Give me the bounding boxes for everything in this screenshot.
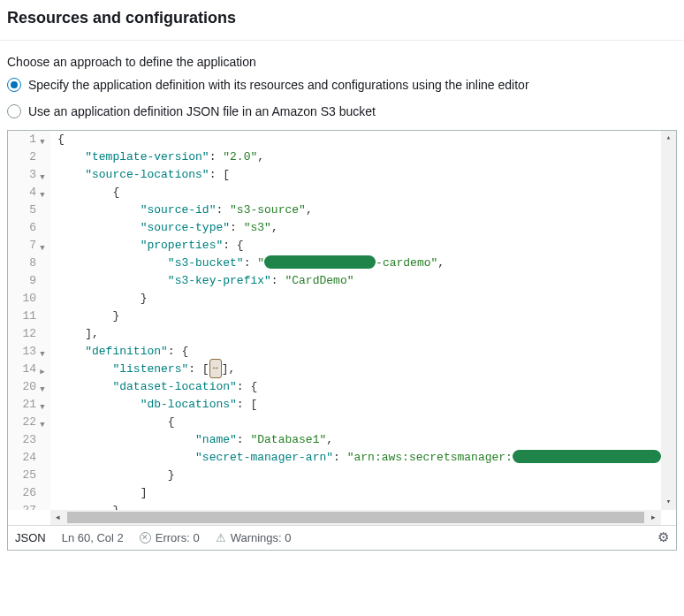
editor-code-area[interactable]: { "template-version": "2.0", "source-loc… — [50, 131, 661, 510]
radio-icon — [7, 78, 21, 92]
code-editor[interactable]: 1▼23▼4▼567▼8910111213▼14▶20▼21▼22▼232425… — [7, 130, 677, 551]
error-icon: ✕ — [140, 532, 151, 544]
radio-icon — [7, 104, 21, 118]
horizontal-scrollbar[interactable]: ◂ ▸ — [50, 510, 661, 525]
status-language: JSON — [15, 531, 46, 544]
status-errors-label: Errors: 0 — [156, 531, 200, 544]
gear-icon[interactable]: ⚙ — [657, 529, 669, 545]
section-header: Resources and configurations — [0, 0, 684, 41]
page-title: Resources and configurations — [7, 9, 677, 27]
warning-icon: ⚠ — [216, 531, 226, 544]
scroll-up-icon[interactable]: ▴ — [661, 131, 676, 146]
radio-option-s3[interactable]: Use an application definition JSON file … — [7, 103, 677, 120]
status-warnings-label: Warnings: 0 — [231, 531, 292, 544]
editor-gutter: 1▼23▼4▼567▼8910111213▼14▶20▼21▼22▼232425… — [8, 131, 50, 510]
radio-label-s3: Use an application definition JSON file … — [28, 103, 376, 120]
scroll-right-icon[interactable]: ▸ — [646, 510, 661, 525]
status-cursor: Ln 60, Col 2 — [62, 531, 124, 544]
editor-status-bar: JSON Ln 60, Col 2 ✕ Errors: 0 ⚠ Warnings… — [8, 525, 676, 550]
scroll-left-icon[interactable]: ◂ — [50, 510, 65, 525]
status-warnings[interactable]: ⚠ Warnings: 0 — [216, 531, 292, 544]
radio-option-inline[interactable]: Specify the application definition with … — [7, 76, 677, 94]
status-errors[interactable]: ✕ Errors: 0 — [140, 531, 200, 544]
prompt-text: Choose an approach to define the applica… — [7, 55, 677, 69]
vertical-scrollbar[interactable]: ▴ ▾ — [661, 131, 676, 510]
scroll-down-icon[interactable]: ▾ — [661, 495, 676, 510]
radio-label-inline: Specify the application definition with … — [28, 76, 529, 94]
form-area: Choose an approach to define the applica… — [0, 41, 684, 121]
scrollbar-thumb[interactable] — [67, 512, 644, 523]
